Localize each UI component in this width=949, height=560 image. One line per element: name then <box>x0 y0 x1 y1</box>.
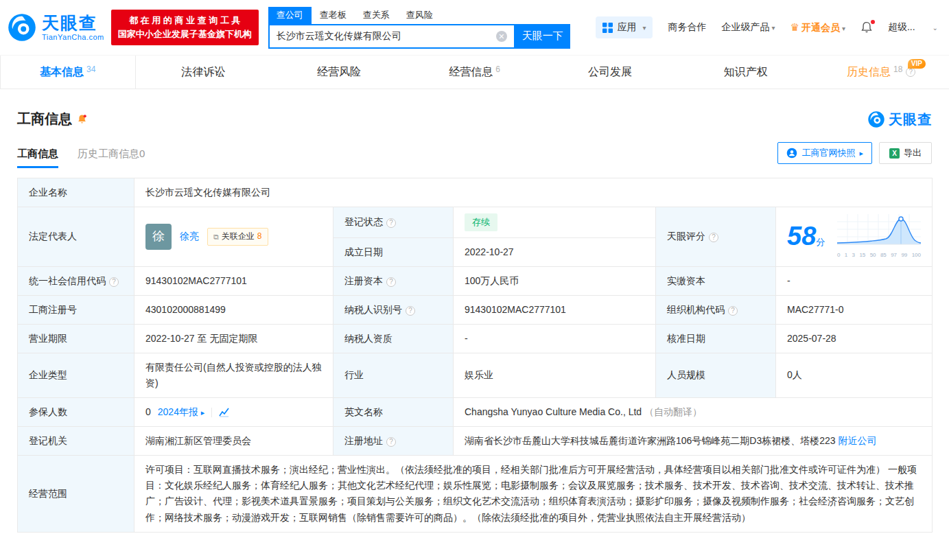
field-label-reg-status: 登记状态? <box>333 207 454 237</box>
tab-operation-risk[interactable]: 经营风险 <box>271 56 407 89</box>
field-value-company-name: 长沙市云瑶文化传媒有限公司 <box>134 178 933 207</box>
field-value-reg-status: 存续 <box>454 207 656 237</box>
insured-trend-icon[interactable] <box>211 408 229 417</box>
nav-open-vip[interactable]: ♛开通会员▾ <box>790 21 845 34</box>
tab-label: 知识产权 <box>724 65 768 80</box>
search-tabs: 查公司 查老板 查关系 查风险 <box>268 7 570 24</box>
logo-eye-icon <box>7 12 37 43</box>
search-tab-relation[interactable]: 查关系 <box>355 7 398 24</box>
notification-dot <box>871 20 875 24</box>
table-row: 营业期限 2022-10-27 至 无固定期限 纳税人资质 - 核准日期 202… <box>18 324 933 353</box>
help-icon[interactable]: ? <box>386 437 396 447</box>
tab-count: 6 <box>495 65 500 74</box>
nav-super-vip[interactable]: 超级... <box>888 21 915 34</box>
annual-report-link[interactable]: 2024年报 ▸ <box>158 404 205 420</box>
score-distribution-chart: 0131550859799100 <box>837 214 921 259</box>
table-row: 法定代表人 徐 徐亮 ⧉ 关联企业 8 登记状态? 存续 天眼 <box>18 207 933 237</box>
field-value-business-scope: 许可项目：互联网直播技术服务；演出经纪；营业性演出。（依法须经批准的项目，经相关… <box>134 456 933 532</box>
field-value-score: 58分 0131550859799100 <box>776 207 933 267</box>
table-row: 登记机关 湖南湘江新区管理委员会 注册地址? 湖南省长沙市岳麓山大学科技城岳麓街… <box>18 427 933 456</box>
help-icon[interactable]: ? <box>728 306 738 316</box>
field-label-score: 天眼评分? <box>656 207 776 267</box>
legal-rep-avatar[interactable]: 徐 <box>145 224 172 250</box>
score-number: 58分 <box>787 223 825 250</box>
help-icon[interactable]: ? <box>906 67 915 77</box>
vip-label: 开通会员 <box>801 22 840 33</box>
credit-code-label: 统一社会信用代码 <box>29 275 106 286</box>
help-icon[interactable]: ? <box>109 277 119 287</box>
help-icon[interactable]: ? <box>386 277 396 287</box>
nav-cooperation[interactable]: 商务合作 <box>668 21 706 34</box>
field-label-registry: 登记机关 <box>18 427 134 456</box>
score-chart-axis: 0131550859799100 <box>837 250 921 259</box>
enterprise-label: 企业级产品 <box>721 21 769 32</box>
search-tab-risk[interactable]: 查风险 <box>398 7 441 24</box>
tab-count: 18 <box>893 65 902 74</box>
tab-legal-proceedings[interactable]: 法律诉讼 <box>136 56 272 89</box>
field-value-credit-code: 91430102MAC2777101 <box>134 266 333 295</box>
field-label-reg-no: 工商注册号 <box>18 295 134 324</box>
help-icon[interactable]: ? <box>386 218 396 228</box>
tianyancha-logo[interactable]: 天眼查 TianYanCha.com <box>7 12 104 43</box>
help-icon[interactable]: ? <box>709 233 718 242</box>
logo-en: TianYanCha.com <box>42 33 104 41</box>
export-button[interactable]: X 导出 <box>879 142 932 164</box>
table-row: 统一社会信用代码? 91430102MAC2777101 注册资本? 100万人… <box>18 266 933 295</box>
table-row: 企业类型 有限责任公司(自然人投资或控股的法人独资) 行业 娱乐业 人员规模 0… <box>18 353 933 397</box>
field-value-established: 2022-10-27 <box>454 237 656 266</box>
field-value-company-type: 有限责任公司(自然人投资或控股的法人独资) <box>134 353 333 397</box>
score-unit: 分 <box>816 237 825 247</box>
field-value-industry: 娱乐业 <box>454 353 656 397</box>
tab-history-info[interactable]: VIP 历史信息 18 ? <box>813 56 949 89</box>
official-snapshot-button[interactable]: 工商官网快照 ▸ <box>777 142 872 164</box>
nearby-companies-link[interactable]: 附近公司 <box>839 435 877 446</box>
subscribe-bell-icon[interactable] <box>77 114 87 124</box>
field-label-reg-capital: 注册资本? <box>333 266 454 295</box>
tab-basic-info[interactable]: 基本信息 34 <box>0 56 136 89</box>
business-info-table: 企业名称 长沙市云瑶文化传媒有限公司 法定代表人 徐 徐亮 ⧉ 关联企业 8 登… <box>17 178 933 533</box>
reg-capital-label: 注册资本 <box>344 275 383 286</box>
related-companies-count: 8 <box>257 230 262 244</box>
field-label-staff-size: 人员规模 <box>656 353 776 397</box>
annual-report-label: 2024年报 <box>158 406 198 417</box>
company-section-tabs: 基本信息 34 法律诉讼 经营风险 经营信息 6 公司发展 知识产权 VIP 历… <box>0 55 949 89</box>
top-bar: 天眼查 TianYanCha.com 都 在 用 的 商 业 查 询 工 具 国… <box>0 0 949 55</box>
search-box: ✕ <box>268 24 515 49</box>
caret-down-icon: ▾ <box>642 24 646 32</box>
watermark-logo-text: 天眼查 <box>889 112 932 127</box>
related-companies-badge[interactable]: ⧉ 关联企业 8 <box>207 228 268 246</box>
help-icon[interactable]: ? <box>406 306 415 316</box>
header-nav: 应用 ▾ 商务合作 企业级产品▾ ♛开通会员▾ 超级... ⌄ <box>596 16 938 38</box>
excel-icon: X <box>889 148 900 159</box>
clear-search-icon[interactable]: ✕ <box>496 31 507 42</box>
apps-menu[interactable]: 应用 ▾ <box>596 16 653 38</box>
search-input[interactable] <box>270 31 496 42</box>
field-label-industry: 行业 <box>333 353 454 397</box>
grid-icon <box>602 23 613 33</box>
field-label-established: 成立日期 <box>333 237 454 266</box>
search-button[interactable]: 天眼一下 <box>515 24 570 49</box>
logo-eye-icon <box>867 110 885 128</box>
tab-label: 公司发展 <box>588 65 632 80</box>
notification-bell-icon[interactable] <box>860 21 873 34</box>
caret-down-icon[interactable]: ⌄ <box>933 24 938 32</box>
tab-company-development[interactable]: 公司发展 <box>542 56 678 89</box>
chevron-right-icon: ▸ <box>859 149 863 158</box>
tab-label: 法律诉讼 <box>181 65 225 80</box>
subtab-history-business-info[interactable]: 历史工商信息0 <box>78 148 145 168</box>
tab-operation-info[interactable]: 经营信息 6 <box>407 56 543 89</box>
field-value-tax-id: 91430102MAC2777101 <box>454 295 656 324</box>
search-tab-company[interactable]: 查公司 <box>268 7 312 24</box>
caret-down-icon: ▾ <box>771 24 775 32</box>
table-row: 工商注册号 430102000881499 纳税人识别号? 91430102MA… <box>18 295 933 324</box>
tab-label: 经营风险 <box>317 65 361 80</box>
business-info-section: 工商信息 天眼查 工商信息 历史工商信息0 <box>0 110 949 533</box>
field-label-company-name: 企业名称 <box>18 178 134 207</box>
nav-enterprise[interactable]: 企业级产品▾ <box>721 21 775 34</box>
legal-rep-name-link[interactable]: 徐亮 <box>180 229 199 244</box>
tab-intellectual-property[interactable]: 知识产权 <box>678 56 814 89</box>
subtab-business-info[interactable]: 工商信息 <box>17 148 58 168</box>
field-label-company-type: 企业类型 <box>18 353 134 397</box>
search-tab-boss[interactable]: 查老板 <box>312 7 355 24</box>
related-companies-label: 关联企业 <box>222 230 255 244</box>
